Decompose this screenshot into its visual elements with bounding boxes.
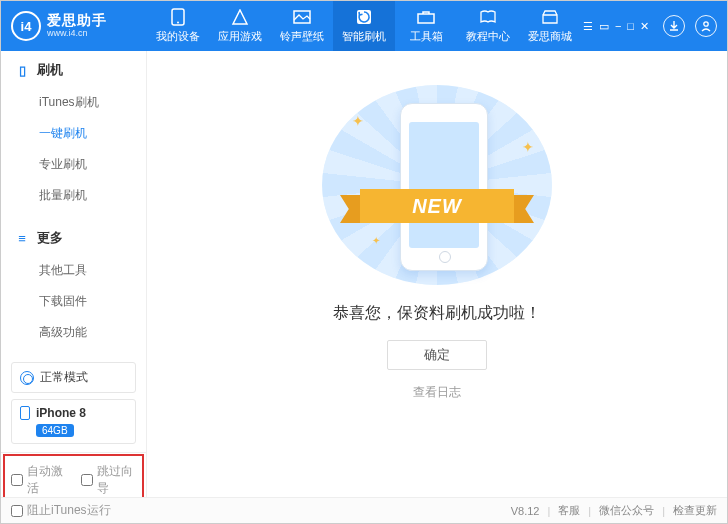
checkbox-block-itunes[interactable]: 阻止iTunes运行 xyxy=(11,502,111,519)
ribbon-text: NEW xyxy=(360,189,514,223)
wallpaper-icon xyxy=(292,9,312,25)
app-header: i4 爱思助手 www.i4.cn 我的设备 应用游戏 铃声壁纸 智能刷机 工具 xyxy=(1,1,727,51)
sidebar: ▯ 刷机 iTunes刷机 一键刷机 专业刷机 批量刷机 ≡ 更多 其他工具 下… xyxy=(1,51,147,497)
window-controls: ☰ ▭ − □ ✕ xyxy=(583,20,649,33)
apps-icon xyxy=(230,9,250,25)
status-bar: 阻止iTunes运行 V8.12 | 客服 | 微信公众号 | 检查更新 xyxy=(1,497,727,523)
svg-point-5 xyxy=(704,22,708,26)
tab-ringtones[interactable]: 铃声壁纸 xyxy=(271,1,333,51)
device-name: iPhone 8 xyxy=(36,406,86,420)
minimize-icon[interactable]: ▭ xyxy=(599,20,609,33)
tab-toolbox[interactable]: 工具箱 xyxy=(395,1,457,51)
svg-point-1 xyxy=(177,21,179,23)
user-icon[interactable] xyxy=(695,15,717,37)
sidebar-item-other-tools[interactable]: 其他工具 xyxy=(1,255,146,286)
support-link[interactable]: 客服 xyxy=(558,503,580,518)
device-card[interactable]: iPhone 8 64GB xyxy=(11,399,136,444)
sidebar-item-itunes-flash[interactable]: iTunes刷机 xyxy=(1,87,146,118)
tab-flash[interactable]: 智能刷机 xyxy=(333,1,395,51)
store-icon xyxy=(540,9,560,25)
sidebar-item-pro-flash[interactable]: 专业刷机 xyxy=(1,149,146,180)
svg-rect-4 xyxy=(418,14,434,23)
sidebar-item-download-firmware[interactable]: 下载固件 xyxy=(1,286,146,317)
wechat-link[interactable]: 微信公众号 xyxy=(599,503,654,518)
sidebar-group-more: ≡ 更多 xyxy=(1,219,146,253)
sidebar-item-onekey-flash[interactable]: 一键刷机 xyxy=(1,118,146,149)
restore-icon[interactable]: □ xyxy=(627,20,634,33)
more-icon: ≡ xyxy=(15,231,29,246)
maximize-icon[interactable]: − xyxy=(615,20,621,33)
tab-apps[interactable]: 应用游戏 xyxy=(209,1,271,51)
checkbox-auto-activate[interactable]: 自动激活 xyxy=(11,463,67,497)
brand-url: www.i4.cn xyxy=(47,29,107,39)
phone-outline-icon: ▯ xyxy=(15,63,29,78)
sidebar-item-advanced[interactable]: 高级功能 xyxy=(1,317,146,348)
phone-icon xyxy=(168,9,188,25)
header-tabs: 我的设备 应用游戏 铃声壁纸 智能刷机 工具箱 教程中心 爱思商城 xyxy=(147,1,583,51)
tab-store[interactable]: 爱思商城 xyxy=(519,1,581,51)
close-icon[interactable]: ✕ xyxy=(640,20,649,33)
checkbox-skip-guide[interactable]: 跳过向导 xyxy=(81,463,137,497)
version-label: V8.12 xyxy=(511,505,540,517)
sparkle-icon: ✦ xyxy=(352,113,364,129)
flash-icon xyxy=(354,9,374,25)
view-log-link[interactable]: 查看日志 xyxy=(413,384,461,401)
device-phone-icon xyxy=(20,406,30,420)
book-icon xyxy=(478,9,498,25)
tab-tutorials[interactable]: 教程中心 xyxy=(457,1,519,51)
sparkle-icon: ✦ xyxy=(522,139,534,155)
device-mode-status[interactable]: 正常模式 xyxy=(11,362,136,393)
status-dot-icon xyxy=(20,371,34,385)
header-right: ☰ ▭ − □ ✕ xyxy=(583,15,727,37)
brand-logo: i4 xyxy=(11,11,41,41)
device-capacity-badge: 64GB xyxy=(36,424,74,437)
sidebar-item-batch-flash[interactable]: 批量刷机 xyxy=(1,180,146,211)
ok-button[interactable]: 确定 xyxy=(387,340,487,370)
menu-icon[interactable]: ☰ xyxy=(583,20,593,33)
brand: i4 爱思助手 www.i4.cn xyxy=(1,11,147,41)
tab-my-device[interactable]: 我的设备 xyxy=(147,1,209,51)
brand-name: 爱思助手 xyxy=(47,13,107,28)
download-icon[interactable] xyxy=(663,15,685,37)
success-illustration: NEW ✦ ✦ ✦ xyxy=(322,85,552,285)
success-heading: 恭喜您，保资料刷机成功啦！ xyxy=(333,303,541,324)
sparkle-icon: ✦ xyxy=(372,235,380,246)
main-content: NEW ✦ ✦ ✦ 恭喜您，保资料刷机成功啦！ 确定 查看日志 xyxy=(147,51,727,497)
toolbox-icon xyxy=(416,9,436,25)
sidebar-group-flash: ▯ 刷机 xyxy=(1,51,146,85)
check-update-link[interactable]: 检查更新 xyxy=(673,503,717,518)
